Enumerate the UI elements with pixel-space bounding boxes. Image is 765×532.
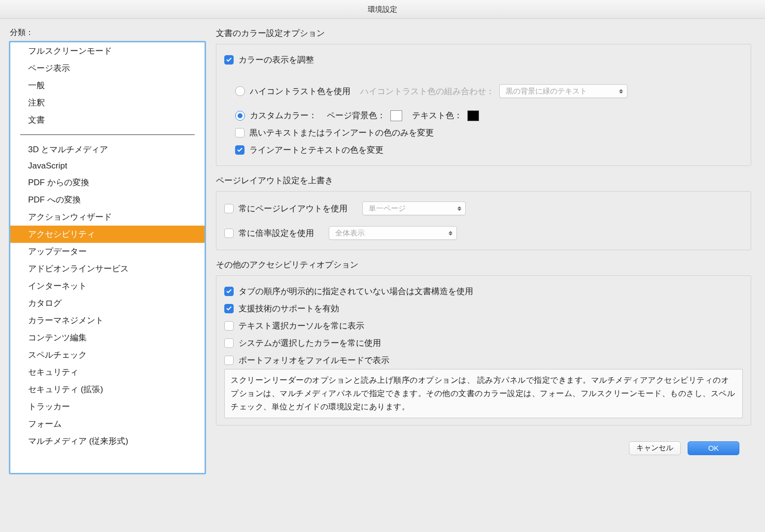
chevron-updown-icon (457, 206, 461, 211)
sidebar-item[interactable]: マルチメディア (従来形式) (10, 432, 205, 450)
label-tab-order: タブの順序が明示的に指定されていない場合は文書構造を使用 (239, 286, 473, 297)
chevron-updown-icon (619, 89, 623, 94)
radio-high-contrast[interactable] (235, 86, 245, 96)
swatch-page-bg[interactable] (390, 110, 402, 121)
select-value: 単一ページ (369, 204, 406, 213)
ok-button[interactable]: OK (688, 441, 739, 455)
cancel-button[interactable]: キャンセル (629, 441, 681, 455)
label-page-bg: ページ背景色： (327, 110, 385, 121)
sidebar-item[interactable]: 一般 (10, 77, 205, 94)
sidebar-item[interactable]: PDF からの変換 (10, 174, 205, 191)
checkbox-text-cursor[interactable] (224, 321, 234, 331)
label-assistive: 支援技術のサポートを有効 (239, 303, 339, 314)
checkbox-portfolio[interactable] (224, 356, 234, 365)
sidebar-item[interactable]: 注釈 (10, 94, 205, 111)
sidebar-divider (20, 134, 195, 135)
select-value: 全体表示 (335, 229, 365, 238)
section-other: タブの順序が明示的に指定されていない場合は文書構造を使用 支援技術のサポートを有… (216, 275, 751, 426)
checkbox-lineart[interactable] (235, 145, 244, 155)
checkbox-tab-order[interactable] (224, 287, 234, 296)
sidebar-item[interactable]: ページ表示 (10, 60, 205, 77)
sidebar-item[interactable]: JavaScript (10, 158, 205, 174)
sidebar: フルスクリーンモードページ表示一般注釈文書 3D とマルチメディアJavaScr… (9, 41, 206, 474)
label-high-contrast: ハイコントラスト色を使用 (250, 86, 350, 97)
sidebar-item[interactable]: トラッカー (10, 398, 205, 415)
label-text-cursor: テキスト選択カーソルを常に表示 (239, 320, 364, 332)
section-layout: 常にページレイアウトを使用 単一ページ 常に倍率設定を使用 全体表示 (216, 191, 751, 250)
radio-custom-colors[interactable] (235, 111, 245, 121)
sidebar-item[interactable]: アクセシビリティ (10, 226, 205, 243)
sidebar-item[interactable]: インターネット (10, 277, 205, 295)
sidebar-item[interactable]: アドビオンラインサービス (10, 260, 205, 277)
label-adjust-colors: カラーの表示を調整 (239, 54, 314, 66)
sidebar-item[interactable]: アップデーター (10, 243, 205, 260)
window-title: 環境設定 (0, 0, 765, 19)
sidebar-label: 分類： (9, 26, 206, 41)
section-colors: カラーの表示を調整 ハイコントラスト色を使用 ハイコントラスト色の組み合わせ： … (216, 44, 751, 166)
checkbox-adjust-colors[interactable] (224, 55, 234, 65)
label-only-black: 黒いテキストまたはラインアートの色のみを変更 (249, 127, 434, 138)
sidebar-item[interactable]: カタログ (10, 295, 205, 312)
sidebar-item[interactable]: 3D とマルチメディア (10, 141, 205, 158)
label-always-zoom: 常に倍率設定を使用 (239, 228, 314, 239)
label-high-contrast-combo: ハイコントラスト色の組み合わせ： (360, 86, 494, 97)
label-text-color: テキスト色： (412, 110, 462, 121)
section-other-title: その他のアクセシビリティオプション (216, 257, 751, 275)
swatch-text-color[interactable] (467, 110, 479, 121)
label-always-layout: 常にページレイアウトを使用 (239, 203, 348, 214)
sidebar-item[interactable]: フォーム (10, 415, 205, 432)
checkbox-system-colors[interactable] (224, 338, 234, 348)
sidebar-item[interactable]: カラーマネジメント (10, 312, 205, 329)
sidebar-item[interactable]: フルスクリーンモード (10, 42, 205, 60)
label-portfolio: ポートフォリオをファイルモードで表示 (239, 355, 389, 366)
select-value: 黒の背景に緑のテキスト (506, 87, 587, 96)
chevron-updown-icon (449, 231, 452, 235)
checkbox-only-black[interactable] (235, 128, 244, 137)
section-layout-title: ページレイアウト設定を上書き (216, 173, 751, 191)
checkbox-assistive[interactable] (224, 304, 234, 313)
sidebar-item[interactable]: 文書 (10, 111, 205, 129)
select-high-contrast-combo[interactable]: 黒の背景に緑のテキスト (499, 84, 627, 98)
sidebar-item[interactable]: セキュリティ (10, 364, 205, 381)
label-lineart: ラインアートとテキストの色を変更 (249, 144, 383, 156)
sidebar-item[interactable]: PDF への変換 (10, 191, 205, 208)
checkbox-always-layout[interactable] (224, 204, 234, 213)
sidebar-item[interactable]: アクションウィザード (10, 208, 205, 226)
checkbox-always-zoom[interactable] (224, 229, 234, 238)
sidebar-item[interactable]: スペルチェック (10, 346, 205, 364)
sidebar-item[interactable]: セキュリティ (拡張) (10, 381, 205, 398)
select-zoom[interactable]: 全体表示 (329, 226, 457, 240)
section-colors-title: 文書のカラー設定オプション (216, 26, 751, 44)
select-page-layout[interactable]: 単一ページ (362, 201, 466, 215)
label-custom-colors: カスタムカラー： (250, 110, 317, 121)
label-system-colors: システムが選択したカラーを常に使用 (239, 337, 381, 349)
info-text: スクリーンリーダーのオプションと読み上げ順序のオプションは、 読み方パネルで指定… (224, 369, 743, 418)
sidebar-item[interactable]: コンテンツ編集 (10, 329, 205, 346)
